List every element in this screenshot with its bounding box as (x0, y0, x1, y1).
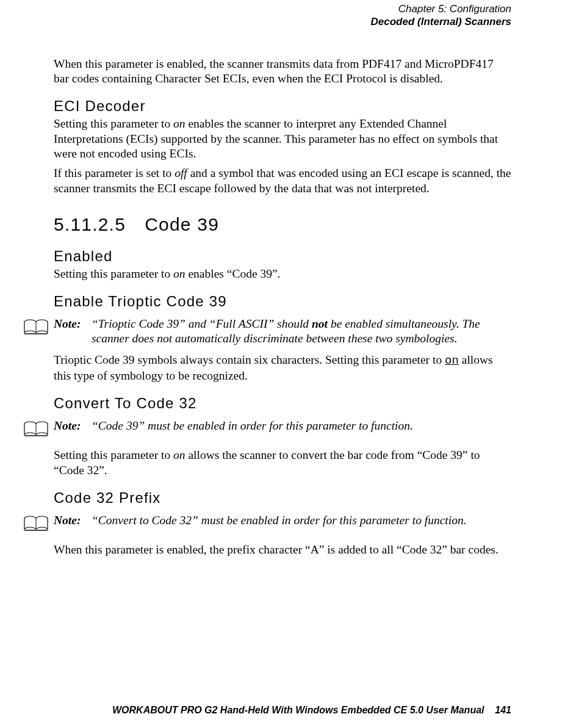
italic-off: off (175, 167, 187, 179)
book-icon (23, 318, 49, 340)
trioptic-heading: Enable Trioptic Code 39 (54, 292, 511, 311)
text: “Trioptic Code 39” and “Full ASCII” shou… (92, 317, 312, 330)
note-label: Note: (54, 513, 92, 528)
note-prefix: Note: “Convert to Code 32” must be enabl… (23, 513, 511, 536)
text: enables “Code 39”. (185, 267, 281, 280)
section-heading-code39: 5.11.2.5 Code 39 (54, 213, 511, 236)
note-text: Note: “Convert to Code 32” must be enabl… (54, 513, 506, 528)
convert-heading: Convert To Code 32 (54, 394, 511, 413)
enabled-paragraph: Setting this parameter to on enables “Co… (54, 267, 511, 281)
note-label: Note: (54, 317, 92, 331)
prefix-paragraph: When this parameter is enabled, the pref… (54, 542, 511, 557)
trioptic-paragraph: Trioptic Code 39 symbols always contain … (54, 353, 511, 383)
body-content: When this parameter is enabled, the scan… (54, 57, 511, 558)
book-icon (23, 420, 49, 442)
note-convert: Note:“Code 39” must be enabled in order … (23, 419, 511, 442)
note-text: Note:“Code 39” must be enabled in order … (54, 419, 506, 433)
text: If this parameter is set to (54, 167, 175, 179)
intro-paragraph: When this parameter is enabled, the scan… (54, 57, 511, 87)
italic-on: on (173, 449, 185, 461)
page-footer: WORKABOUT PRO G2 Hand-Held With Windows … (112, 705, 511, 716)
text: Trioptic Code 39 symbols always contain … (54, 353, 445, 366)
text: Setting this parameter to (54, 267, 173, 280)
header-chapter: Chapter 5: Configuration (54, 2, 511, 15)
note-trioptic: Note:“Trioptic Code 39” and “Full ASCII”… (23, 317, 511, 347)
header-section: Decoded (Internal) Scanners (54, 15, 511, 28)
note-text: Note:“Trioptic Code 39” and “Full ASCII”… (54, 317, 506, 347)
mono-on: on (445, 354, 459, 367)
page-header: Chapter 5: Configuration Decoded (Intern… (54, 0, 511, 29)
eci-decoder-heading: ECI Decoder (54, 97, 511, 115)
note-body: “Trioptic Code 39” and “Full ASCII” shou… (92, 317, 506, 347)
prefix-heading: Code 32 Prefix (54, 489, 511, 507)
footer-title: WORKABOUT PRO G2 Hand-Held With Windows … (112, 705, 484, 715)
note-body: “Code 39” must be enabled in order for t… (92, 419, 506, 433)
text: Setting this parameter to (54, 117, 173, 130)
note-label: Note: (54, 419, 92, 433)
page: Chapter 5: Configuration Decoded (Intern… (0, 0, 565, 728)
text: Setting this parameter to (54, 449, 173, 461)
eci-paragraph-2: If this parameter is set to off and a sy… (54, 166, 511, 196)
note-body: “Convert to Code 32” must be enabled in … (92, 513, 506, 528)
bold-not: not (312, 317, 328, 330)
book-icon (23, 514, 49, 536)
eci-paragraph-1: Setting this parameter to on enables the… (54, 117, 511, 161)
enabled-heading: Enabled (54, 247, 511, 265)
italic-on: on (173, 117, 185, 130)
convert-paragraph: Setting this parameter to on allows the … (54, 448, 511, 478)
italic-on: on (173, 267, 185, 280)
footer-page-number: 141 (495, 705, 511, 715)
